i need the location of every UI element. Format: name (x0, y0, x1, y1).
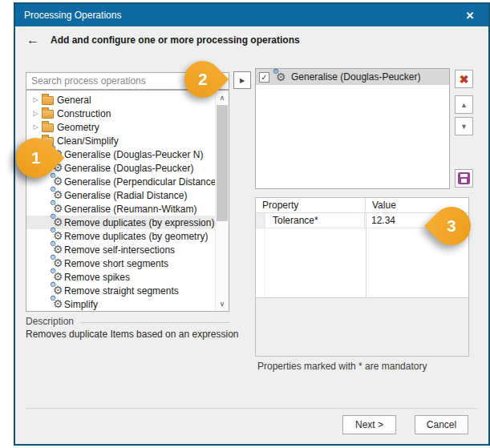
page-title: Add and configure one or more processing… (51, 34, 300, 46)
tree-item-label: Remove short segments (64, 258, 168, 269)
operations-tree: ▷ General ▷ Construction ▷ Geometry Clea… (26, 90, 229, 312)
tree-item-simplify[interactable]: Simplify (26, 297, 229, 311)
down-arrow-icon: ▼ (460, 123, 468, 131)
selected-operations-list: ✓ Generalise (Douglas-Peucker) (255, 68, 450, 189)
tree-scrollbar[interactable]: ∧ ∨ (215, 91, 229, 311)
tree-item-label: Generalise (Douglas-Peucker) (64, 163, 193, 174)
description-label: Description (26, 316, 74, 327)
tree-item-label: Remove straight segments (64, 285, 179, 297)
tree-item-remove-self-intersections[interactable]: Remove self-intersections (26, 243, 229, 256)
mandatory-note: Properties marked with * are mandatory (257, 361, 427, 372)
description-divider (81, 322, 229, 323)
tree-item-remove-duplicates-by-expression[interactable]: Remove duplicates (by expression) (26, 216, 229, 229)
description-section: Description (26, 316, 229, 327)
dialog-header: ← Add and configure one or more processi… (26, 34, 300, 46)
description-text: Removes duplicate Items based on an expr… (26, 329, 238, 340)
callout-1-number: 1 (31, 148, 41, 167)
tree-item-label: Clean/Simplify (57, 135, 119, 147)
callout-1-bubble: 1 (8, 130, 65, 187)
tree-item-label: Generalise (Radial Distance) (64, 190, 187, 201)
column-divider[interactable] (366, 213, 366, 299)
move-up-button[interactable]: ▲ (455, 95, 473, 114)
callout-2-number: 2 (198, 70, 208, 89)
tree-item-label: Remove duplicates (by expression) (64, 217, 214, 228)
processing-operations-dialog: Processing Operations ✕ ← Add and config… (14, 2, 490, 446)
window-title: Processing Operations (24, 10, 121, 21)
chevron-collapsed-icon[interactable]: ▷ (30, 93, 41, 107)
gutter-divider (265, 213, 265, 299)
tree-item-remove-duplicates-by-geometry[interactable]: Remove duplicates (by geometry) (26, 229, 229, 243)
callout-3-number: 3 (447, 216, 456, 236)
gear-icon (273, 71, 287, 83)
right-arrow-icon: ▶ (240, 77, 245, 84)
tree-item-label: General (57, 95, 91, 106)
tree-item-label: Geometry (57, 122, 99, 133)
tree-item-generalise-reumann-witkam[interactable]: Generalise (Reumann-Witkam) (26, 202, 229, 216)
tree-item-label: Generalise (Reumann-Witkam) (64, 204, 196, 215)
up-arrow-icon: ▲ (460, 101, 468, 109)
row-gutter (256, 213, 265, 228)
callout-2-bubble: 2 (176, 53, 229, 105)
next-button[interactable]: Next > (342, 415, 396, 434)
close-icon[interactable]: ✕ (463, 8, 477, 22)
tree-item-remove-short-segments[interactable]: Remove short segments (26, 256, 229, 270)
tree-item-label: Construction (57, 108, 111, 119)
delete-x-icon: ✖ (460, 73, 469, 86)
save-button[interactable] (455, 169, 473, 188)
callout-2: 2 (184, 61, 221, 98)
tree-item-generalise-perpendicular-distance[interactable]: Generalise (Perpendicular Distance) (26, 175, 229, 188)
tree-item-generalise-radial-distance[interactable]: Generalise (Radial Distance) (26, 188, 229, 202)
chevron-collapsed-icon[interactable]: ▷ (30, 120, 41, 134)
footer-divider (26, 408, 477, 409)
column-header-property: Property (256, 198, 366, 212)
gear-icon (51, 298, 64, 310)
callout-3-bubble: 3 (424, 199, 479, 253)
property-name-cell: Tolerance* (265, 213, 365, 228)
callout-1: 1 (16, 138, 56, 178)
cancel-button[interactable]: Cancel (415, 415, 468, 434)
chevron-collapsed-icon[interactable]: ▷ (30, 107, 41, 120)
scroll-down-icon[interactable]: ∨ (216, 297, 229, 310)
property-description-area (256, 297, 468, 356)
tree-item-geometry[interactable]: ▷ Geometry (26, 120, 229, 134)
folder-icon (42, 123, 54, 132)
floppy-disk-icon (458, 172, 470, 184)
back-arrow-icon[interactable]: ← (26, 34, 39, 46)
list-item-label: Generalise (Douglas-Peucker) (291, 71, 420, 83)
tree-item-remove-spikes[interactable]: Remove spikes (26, 270, 229, 284)
tree-item-label: Generalise (Perpendicular Distance) (64, 176, 219, 188)
scrollbar-thumb[interactable] (217, 105, 228, 221)
tree-item-clean-simplify[interactable]: Clean/Simplify (26, 134, 229, 147)
tree-item-label: Remove duplicates (by geometry) (64, 231, 208, 242)
tree-item-label: Remove self-intersections (64, 244, 175, 256)
folder-icon (42, 110, 54, 119)
tree-item-remove-straight-segments[interactable]: Remove straight segments (26, 284, 229, 297)
title-bar: Processing Operations (15, 4, 488, 26)
tree-item-label: Simplify (64, 299, 98, 310)
list-item[interactable]: ✓ Generalise (Douglas-Peucker) (256, 69, 449, 85)
delete-operation-button[interactable]: ✖ (455, 70, 473, 88)
folder-icon (42, 96, 54, 105)
add-operation-button[interactable]: ▶ (233, 71, 251, 89)
callout-3: 3 (432, 207, 471, 245)
move-down-button[interactable]: ▼ (455, 117, 473, 135)
tree-item-label: Generalise (Douglas-Peucker N) (64, 149, 203, 160)
checkbox-checked[interactable]: ✓ (259, 72, 269, 83)
tree-item-label: Remove spikes (64, 272, 130, 283)
tree-item-construction[interactable]: ▷ Construction (26, 107, 229, 120)
